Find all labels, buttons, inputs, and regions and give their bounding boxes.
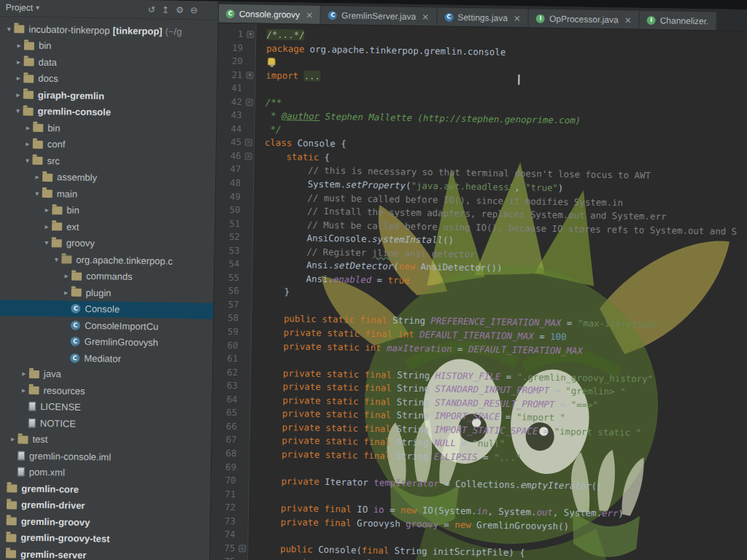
code-token: setDetector [333, 260, 393, 272]
tab-console-groovy[interactable]: CConsole.groovy× [219, 4, 322, 24]
fold-toggle-icon[interactable]: - [239, 545, 246, 552]
line-number[interactable]: 60 [213, 338, 250, 352]
tree-item-label: Console [85, 303, 120, 315]
fold-toggle-icon[interactable]: - [245, 152, 252, 160]
panel-title[interactable]: Project [6, 2, 34, 13]
expand-icon[interactable]: ▾ [42, 238, 52, 246]
line-number[interactable]: 44 [217, 122, 254, 136]
class-icon: C [71, 304, 80, 314]
line-number[interactable]: 47 [216, 163, 253, 176]
chevron-down-icon[interactable]: ▾ [36, 4, 39, 12]
line-number[interactable]: 42- [217, 95, 255, 109]
expand-icon[interactable]: ▸ [23, 123, 33, 131]
expand-icon[interactable]: ▸ [61, 288, 71, 296]
line-number[interactable]: 62 [213, 365, 250, 379]
tab-opprocessor-java[interactable]: IOpProcessor.java× [529, 9, 640, 28]
code-token: new [400, 505, 422, 516]
editor[interactable]: 1+192021+4142-434445-46-4748495051525354… [209, 23, 747, 560]
close-tab-icon[interactable]: × [422, 12, 429, 22]
expand-icon[interactable]: ▾ [12, 107, 23, 115]
close-tab-icon[interactable]: × [514, 13, 521, 23]
expand-icon[interactable]: ▸ [18, 386, 28, 394]
expand-icon[interactable]: ▸ [32, 173, 42, 181]
line-number[interactable]: 63 [213, 379, 250, 393]
line-number[interactable]: 51 [215, 217, 252, 230]
code-token [258, 542, 280, 553]
gear-icon[interactable]: ⚙ [176, 4, 184, 15]
expand-icon[interactable]: ▸ [19, 370, 29, 378]
class-icon: C [71, 320, 80, 330]
line-number[interactable]: 72 [211, 501, 248, 515]
line-number[interactable]: 49 [216, 190, 253, 203]
expand-icon[interactable]: ▸ [42, 206, 52, 214]
tree-item-label-strong: [tinkerpop] [112, 25, 162, 36]
line-number[interactable]: 53 [214, 244, 252, 257]
line-number[interactable]: 70 [211, 474, 248, 488]
line-number[interactable]: 66 [212, 420, 249, 434]
fold-toggle-icon[interactable]: + [247, 31, 254, 38]
code-token: DEFAULT_ITERATION_MAX [419, 329, 534, 341]
line-number[interactable]: 48 [216, 176, 253, 190]
line-number[interactable]: 50 [215, 203, 252, 217]
expand-icon[interactable]: ▸ [14, 42, 24, 50]
close-tab-icon[interactable]: × [306, 9, 313, 20]
close-tab-icon[interactable]: × [624, 15, 632, 25]
line-number[interactable]: 19 [218, 41, 255, 55]
line-number[interactable]: 1+ [218, 28, 255, 42]
line-number[interactable]: 56 [214, 284, 252, 298]
tab-gremlinserver-java[interactable]: CGremlinServer.java× [321, 6, 437, 26]
line-number[interactable]: 41 [217, 82, 255, 96]
expand-icon[interactable]: ▸ [13, 90, 23, 98]
expand-icon[interactable]: ▸ [7, 435, 18, 443]
line-number[interactable]: 75- [210, 541, 247, 555]
intention-bulb-icon[interactable] [268, 58, 276, 66]
expand-icon[interactable]: ▸ [23, 140, 33, 148]
line-number[interactable]: 55 [214, 271, 252, 285]
line-number[interactable]: 71 [211, 487, 248, 501]
line-number[interactable]: 20 [218, 55, 255, 69]
fold-toggle-icon[interactable]: - [246, 98, 253, 106]
tab-settings-java[interactable]: CSettings.java× [437, 7, 529, 27]
folder-icon [7, 501, 17, 509]
expand-icon[interactable]: ▾ [32, 189, 42, 197]
expand-icon[interactable]: ▸ [14, 58, 24, 66]
line-number[interactable]: 58 [214, 311, 251, 325]
line-number[interactable]: 67 [212, 433, 249, 447]
code-token: public [280, 543, 318, 555]
line-number[interactable]: 74 [210, 528, 247, 542]
line-number[interactable]: 64 [212, 392, 249, 406]
code-token: "null" [472, 438, 505, 450]
code-token: private final [281, 502, 357, 515]
line-number[interactable]: 69 [212, 460, 249, 474]
line-number[interactable]: 76 [210, 555, 247, 560]
package-icon [61, 256, 71, 264]
line-number[interactable]: 45- [217, 136, 254, 149]
expand-icon[interactable]: ▸ [61, 272, 71, 280]
tab-channelizer[interactable]: IChannelizer. [640, 11, 717, 31]
line-number[interactable]: 57 [214, 298, 251, 312]
line-number[interactable]: 43 [217, 109, 254, 122]
line-number[interactable]: 68 [212, 447, 249, 461]
line-number[interactable]: 21+ [217, 68, 255, 82]
expand-icon[interactable]: ▾ [4, 25, 14, 33]
expand-icon[interactable]: ▾ [51, 255, 61, 263]
sync-icon[interactable]: ↺ [148, 4, 155, 15]
line-number[interactable]: 61 [213, 352, 250, 366]
hide-panel-icon[interactable]: ⊖ [190, 5, 198, 15]
fold-toggle-icon[interactable]: + [246, 71, 253, 79]
line-number[interactable]: 59 [214, 325, 251, 339]
fold-toggle-icon[interactable]: - [245, 139, 252, 147]
expand-icon[interactable]: ▸ [13, 74, 23, 82]
code-token: private static final int [284, 327, 420, 340]
code-area[interactable]: /*...*/package org.apache.tinkerpop.grem… [247, 24, 747, 560]
tree-item-label: plugin [86, 287, 112, 299]
expand-icon[interactable]: ▾ [22, 156, 32, 164]
expand-icon[interactable]: ▸ [42, 222, 52, 230]
collapse-all-icon[interactable]: ↥ [162, 4, 169, 15]
line-number[interactable]: 54 [214, 257, 252, 271]
line-number[interactable]: 52 [215, 230, 252, 244]
line-number[interactable]: 73 [211, 514, 248, 528]
line-number[interactable]: 46- [216, 149, 253, 163]
line-number[interactable]: 65 [212, 406, 249, 420]
code-token: String [392, 315, 430, 327]
